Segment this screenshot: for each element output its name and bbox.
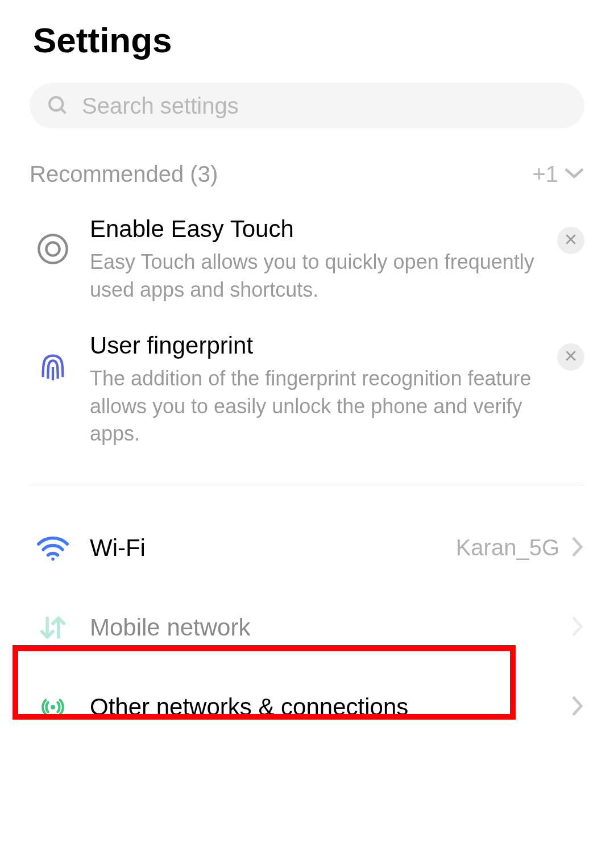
recommended-item-fingerprint[interactable]: User fingerprint The addition of the fin…	[0, 304, 614, 448]
recommended-expand-button[interactable]: +1	[532, 161, 584, 187]
wifi-icon	[33, 532, 73, 564]
close-icon	[565, 350, 577, 364]
mobile-data-icon	[33, 612, 73, 643]
svg-point-9	[51, 705, 55, 709]
search-icon	[47, 94, 69, 117]
fingerprint-icon	[36, 349, 69, 382]
page-title: Settings	[0, 0, 614, 60]
settings-item-label: Mobile network	[90, 614, 571, 641]
settings-item-label: Wi-Fi	[90, 534, 456, 562]
dismiss-button[interactable]	[557, 227, 584, 254]
close-icon	[565, 233, 577, 248]
settings-item-wifi[interactable]: Wi-Fi Karan_5G	[0, 508, 614, 588]
settings-item-other-networks[interactable]: Other networks & connections	[0, 667, 614, 747]
svg-point-0	[49, 97, 63, 110]
recommended-more-count: +1	[532, 161, 558, 187]
recommended-item-easy-touch[interactable]: Enable Easy Touch Easy Touch allows you …	[0, 187, 614, 304]
settings-item-label: Other networks & connections	[90, 693, 571, 721]
recommended-item-description: Easy Touch allows you to quickly open fr…	[90, 248, 540, 304]
recommended-item-description: The addition of the fingerprint recognit…	[90, 365, 540, 448]
svg-line-1	[61, 109, 65, 113]
search-placeholder: Search settings	[82, 93, 239, 119]
recommended-label: Recommended (3)	[30, 161, 218, 187]
chevron-right-icon	[571, 695, 584, 719]
hotspot-icon	[33, 691, 73, 723]
recommended-item-title: User fingerprint	[90, 332, 540, 359]
divider	[30, 485, 584, 485]
chevron-right-icon	[571, 536, 584, 560]
recommended-item-title: Enable Easy Touch	[90, 215, 540, 243]
svg-point-2	[39, 235, 67, 263]
settings-list: Wi-Fi Karan_5G Mobile network	[0, 508, 614, 747]
easy-touch-icon	[36, 232, 69, 265]
recommended-header: Recommended (3) +1	[0, 128, 614, 187]
chevron-down-icon	[564, 167, 584, 182]
settings-item-value: Karan_5G	[456, 535, 559, 560]
chevron-right-icon	[571, 616, 584, 639]
svg-point-8	[51, 558, 55, 561]
svg-point-3	[46, 242, 59, 255]
search-input[interactable]: Search settings	[30, 83, 584, 128]
dismiss-button[interactable]	[557, 343, 584, 371]
settings-item-mobile-network[interactable]: Mobile network	[0, 588, 614, 667]
